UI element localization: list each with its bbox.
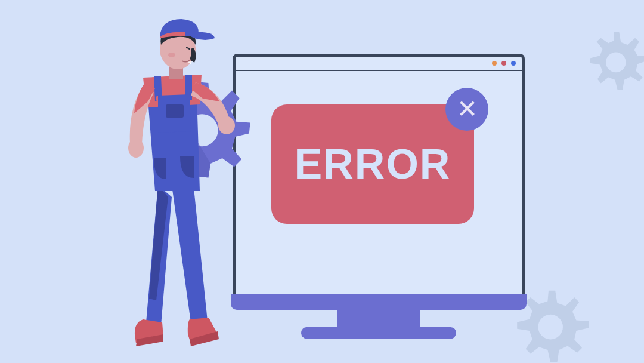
svg-rect-4 bbox=[166, 104, 184, 118]
close-icon: ✕ bbox=[457, 97, 478, 122]
window-dot-icon bbox=[501, 61, 506, 66]
monitor-screen: ERROR ✕ bbox=[233, 54, 525, 304]
window-dot-icon bbox=[511, 61, 516, 66]
monitor-base bbox=[301, 327, 456, 339]
technician-illustration bbox=[101, 12, 256, 355]
error-dialog: ERROR ✕ bbox=[271, 104, 474, 224]
window-dot-icon bbox=[492, 61, 497, 66]
window-titlebar bbox=[236, 57, 522, 71]
svg-point-9 bbox=[160, 46, 167, 57]
illustration-scene: ERROR ✕ bbox=[0, 0, 644, 363]
computer-monitor: ERROR ✕ bbox=[233, 54, 525, 304]
monitor-stand bbox=[337, 299, 420, 331]
error-label: ERROR bbox=[295, 140, 451, 188]
close-button[interactable]: ✕ bbox=[445, 88, 488, 131]
background-gear-icon bbox=[572, 24, 644, 110]
svg-point-10 bbox=[168, 53, 175, 57]
svg-point-5 bbox=[128, 139, 144, 158]
svg-point-6 bbox=[218, 116, 235, 134]
svg-point-0 bbox=[606, 53, 626, 73]
svg-point-1 bbox=[538, 315, 563, 340]
